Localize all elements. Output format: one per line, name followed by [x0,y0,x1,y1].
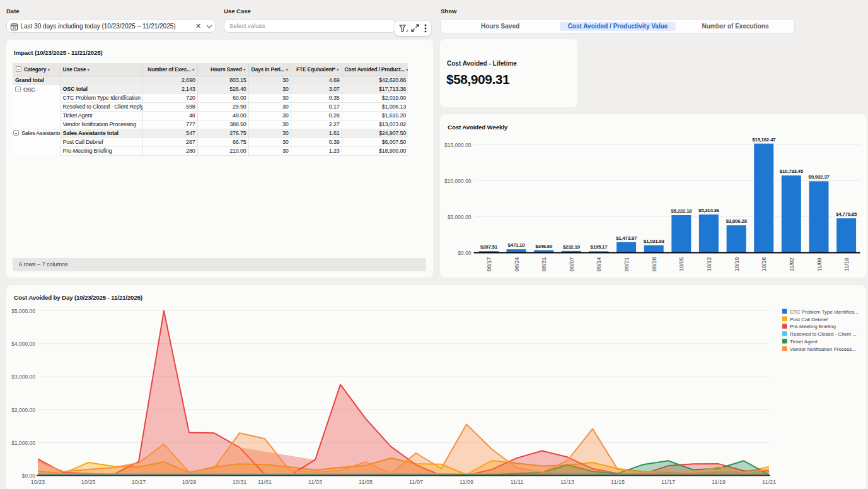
svg-text:11/03: 11/03 [308,479,322,485]
svg-text:10/25: 10/25 [81,479,96,485]
svg-text:09/14: 09/14 [596,257,602,271]
svg-text:$15,000.00: $15,000.00 [444,142,472,148]
svg-text:$10,000.00: $10,000.00 [444,178,472,184]
svg-text:$0.00: $0.00 [458,250,472,256]
svg-text:11/09: 11/09 [816,257,823,271]
svg-text:Ticket Agent: Ticket Agent [790,339,818,345]
svg-text:11/19: 11/19 [712,479,726,485]
svg-text:$5,000.00: $5,000.00 [11,308,35,314]
svg-text:$1,000.00: $1,000.00 [11,440,35,446]
svg-text:11/13: 11/13 [560,479,574,485]
svg-text:11/21: 11/21 [762,479,776,485]
svg-text:$471.10: $471.10 [508,242,526,248]
svg-text:$9,932.37: $9,932.37 [809,174,830,180]
svg-text:10/12: 10/12 [706,257,712,271]
svg-text:CTC Problem Type Identifica...: CTC Problem Type Identifica... [790,309,859,315]
svg-text:$15,162.47: $15,162.47 [752,137,776,143]
svg-text:09/07: 09/07 [569,257,575,271]
svg-text:10/05: 10/05 [678,257,685,271]
svg-text:11/11: 11/11 [510,479,523,485]
svg-text:2: 2 [406,29,408,33]
svg-text:08/24: 08/24 [514,257,520,271]
svg-text:11/01: 11/01 [258,479,272,485]
svg-text:10/19: 10/19 [734,257,740,271]
svg-text:08/31: 08/31 [541,257,547,271]
svg-text:$207.51: $207.51 [480,244,498,250]
svg-text:10/26: 10/26 [761,257,767,271]
svg-text:$5,314.36: $5,314.36 [698,208,720,213]
svg-text:$10,733.45: $10,733.45 [780,168,804,174]
svg-text:Pre-Meeting Briefing: Pre-Meeting Briefing [790,324,836,329]
svg-text:$5,222.18: $5,222.18 [671,208,692,214]
svg-text:$195.17: $195.17 [590,244,608,250]
svg-text:11/09: 11/09 [460,479,473,485]
svg-text:$232.19: $232.19 [563,244,581,250]
svg-text:$4,000.00: $4,000.00 [11,341,35,347]
svg-text:10/23: 10/23 [31,479,45,485]
svg-text:08/17: 08/17 [486,257,492,271]
svg-text:09/28: 09/28 [651,257,657,271]
svg-text:30: 30 [13,26,16,30]
svg-text:11/02: 11/02 [789,257,795,271]
svg-text:Post Call Debrief: Post Call Debrief [790,317,828,322]
svg-text:11/16: 11/16 [843,257,850,271]
svg-text:$2,000.00: $2,000.00 [11,407,35,413]
svg-text:11/17: 11/17 [661,479,675,485]
svg-text:Vendor Notification Process...: Vendor Notification Process... [790,346,856,352]
svg-text:11/15: 11/15 [611,479,625,485]
svg-text:10/31: 10/31 [233,479,247,485]
svg-text:$4,779.85: $4,779.85 [836,211,857,217]
svg-text:Resolved to Closed - Client ..: Resolved to Closed - Client ... [790,331,857,337]
svg-text:$1,031.93: $1,031.93 [644,239,665,244]
svg-text:$346.60: $346.60 [535,244,553,249]
svg-text:09/21: 09/21 [623,257,630,271]
svg-text:$1,473.87: $1,473.87 [616,235,637,241]
svg-text:$3,806.28: $3,806.28 [726,218,748,224]
svg-text:10/27: 10/27 [132,479,146,485]
svg-text:11/05: 11/05 [359,479,373,485]
svg-text:$3,000.00: $3,000.00 [11,374,35,380]
svg-text:11/07: 11/07 [409,479,423,485]
svg-text:$5,000.00: $5,000.00 [448,214,472,220]
svg-text:10/29: 10/29 [182,479,197,485]
svg-text:$0.00: $0.00 [22,473,36,479]
